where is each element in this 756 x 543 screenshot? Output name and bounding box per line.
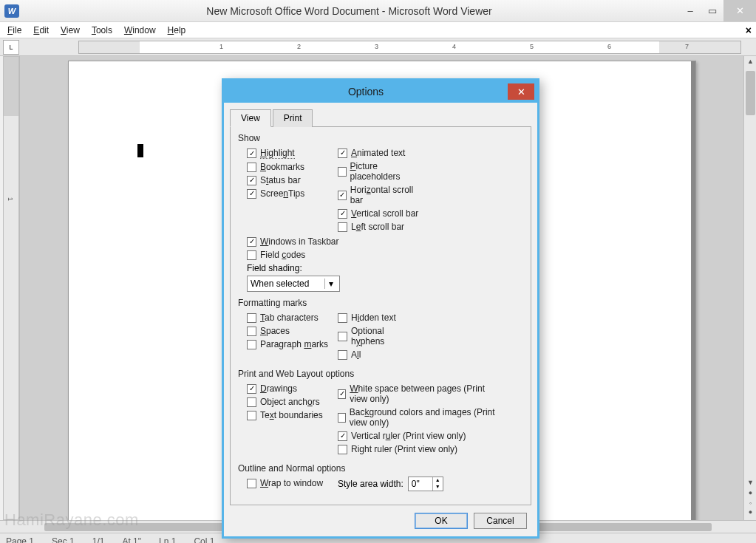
chk-picture-placeholders[interactable]: Picture placeholders [338,161,420,182]
chk-rright-ruler[interactable]: Right ruler (Print view only) [338,444,499,454]
ruler-tick: 5 [530,43,534,50]
ruler-tick: 6 [607,43,611,50]
chk-paragraph-marks[interactable]: Paragraph marks [247,339,329,349]
chk-object-anchors[interactable]: Object anchors [247,397,329,407]
chk-statusbar[interactable]: Status bar [247,175,329,185]
window-title: New Microsoft Office Word Document - Mic… [19,5,679,17]
minimize-button[interactable]: – [679,0,701,21]
field-shading-value: When selected [251,279,309,289]
style-area-spinner[interactable]: 0" ▲▼ [408,477,443,491]
dialog-button-row: OK Cancel [230,505,531,530]
text-cursor [137,144,143,157]
horizontal-ruler[interactable]: 1 2 3 4 5 6 7 [78,41,741,54]
dialog-close-button[interactable]: ✕ [508,83,534,100]
status-pages: 1/1 [92,536,105,544]
style-area-label: Style area width: [338,479,403,489]
chk-hscroll[interactable]: Horizontal scroll bar [338,185,420,205]
options-dialog: Options ✕ View Print Show Highlight Book… [222,78,539,539]
chk-leftscroll[interactable]: Left scroll bar [338,222,420,232]
spinner-down-icon[interactable]: ▼ [433,484,443,491]
vertical-scrollbar[interactable]: ▲ ▼ ● ◦ ● [743,56,756,520]
chk-bookmarks[interactable]: Bookmarks [247,162,329,172]
menu-help[interactable]: Help [168,25,186,35]
window-controls: – ▭ ✕ [679,0,756,21]
dialog-title: Options [224,86,508,98]
group-print-web-title: Print and Web Layout options [238,369,523,379]
chevron-down-icon: ▾ [324,279,336,289]
group-outline-title: Outline and Normal options [238,463,523,474]
browse-next-icon[interactable]: ● [746,508,755,519]
document-close-icon[interactable]: × [746,24,752,36]
maximize-button[interactable]: ▭ [701,0,723,21]
menu-tools[interactable]: Tools [92,25,112,35]
dialog-tabs: View Print [230,109,531,127]
chk-screentips[interactable]: ScreenTips [247,188,329,199]
tab-view[interactable]: View [230,109,271,127]
chk-vruler[interactable]: Vertical ruler (Print view only) [338,431,499,441]
tab-print[interactable]: Print [273,109,313,127]
menu-window[interactable]: Window [124,25,156,35]
chk-hidden-text[interactable]: Hidden text [338,313,420,323]
status-page: Page 1 [6,536,34,544]
tab-page-view: Show Highlight Bookmarks Status bar Scre… [230,127,531,505]
chk-vscroll[interactable]: Vertical scroll bar [338,208,420,219]
tab-selector[interactable]: L [3,40,19,55]
chk-fieldcodes[interactable]: Field codes [247,250,349,260]
ok-button[interactable]: OK [415,513,468,529]
chk-windows-taskbar[interactable]: Windows in Taskbar [247,236,349,247]
field-shading-select[interactable]: When selected ▾ [247,276,340,292]
chk-whitespace[interactable]: White space between pages (Print view on… [338,383,499,404]
dialog-titlebar[interactable]: Options ✕ [224,81,537,103]
style-area-row: Style area width: 0" ▲▼ [338,477,443,491]
vertical-ruler[interactable]: 1 [3,56,19,520]
chk-animated[interactable]: Animated text [338,148,420,158]
chk-all[interactable]: All [338,349,420,360]
menu-file[interactable]: File [7,25,21,35]
menu-edit[interactable]: Edit [33,25,49,35]
menubar: File Edit View Tools Window Help × [0,22,756,38]
status-col: Col 1 [194,536,214,544]
chk-highlight[interactable]: Highlight [247,148,329,159]
ruler-row: L 1 2 3 4 5 6 7 [0,38,756,56]
ruler-tick: 1 [219,43,223,50]
scroll-down-icon[interactable]: ▼ [746,479,755,489]
style-area-value: 0" [409,479,432,489]
ruler-tick: 3 [375,43,378,50]
chk-wrap-window[interactable]: Wrap to window [247,478,329,488]
scrollbar-thumb[interactable] [746,71,755,115]
spinner-up-icon[interactable]: ▲ [433,477,443,484]
ruler-tick-v: 1 [7,197,14,201]
chk-drawings[interactable]: Drawings [247,383,329,394]
chk-optional-hyphens[interactable]: Optional hyphens [338,326,420,346]
group-formatting-title: Formatting marks [238,298,523,308]
menu-view[interactable]: View [61,25,80,35]
field-shading-label: Field shading: [247,263,349,273]
status-at: At 1" [122,536,141,544]
ruler-tick: 2 [297,43,301,50]
ruler-tick: 7 [685,43,689,50]
chk-text-boundaries[interactable]: Text boundaries [247,410,329,420]
scroll-up-icon[interactable]: ▲ [746,58,755,68]
status-line: Ln 1 [159,536,176,544]
chk-bgcolors[interactable]: Background colors and images (Print view… [338,407,499,428]
app-icon: W [4,4,19,18]
ruler-tick: 4 [452,43,456,50]
chk-spaces[interactable]: Spaces [247,326,329,336]
browse-prev-icon[interactable]: ● [746,489,755,499]
group-show-title: Show [238,133,523,143]
window-titlebar: W New Microsoft Office Word Document - M… [0,0,756,22]
status-section: Sec 1 [52,536,75,544]
close-button[interactable]: ✕ [723,0,756,21]
cancel-button[interactable]: Cancel [474,513,527,529]
chk-tab-characters[interactable]: Tab characters [247,313,329,323]
